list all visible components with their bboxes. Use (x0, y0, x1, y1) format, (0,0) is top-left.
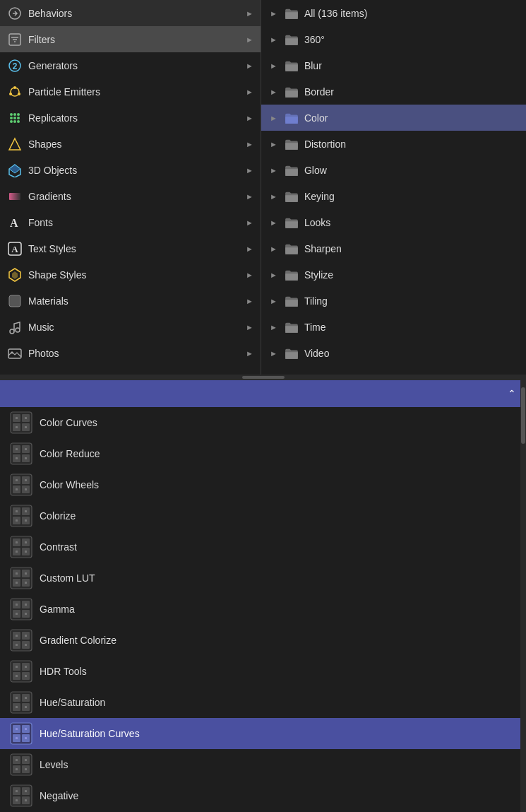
right-item-label-sharpen: Sharpen (304, 243, 342, 254)
svg-rect-55 (25, 479, 27, 481)
sidebar-item-replicators[interactable]: Replicators► (0, 105, 261, 131)
svg-rect-93 (25, 613, 27, 615)
filter-icon-color-reduce (10, 442, 32, 465)
sidebar-item-photos[interactable]: Photos► (0, 340, 261, 366)
right-item-time[interactable]: ► Time (261, 314, 526, 340)
list-item-hue-saturation-curves[interactable]: Hue/Saturation Curves (0, 718, 526, 749)
sidebar-item-fonts[interactable]: AFonts► (0, 209, 261, 235)
list-item-gradient-colorize[interactable]: Gradient Colorize (0, 625, 526, 656)
right-item-label-tiling: Tiling (304, 295, 328, 307)
svg-rect-20 (9, 193, 20, 200)
right-item-tiling[interactable]: ► Tiling (261, 288, 526, 314)
svg-rect-56 (16, 488, 18, 490)
svg-point-8 (10, 113, 13, 116)
sidebar-item-label-materials: Materials (28, 295, 246, 307)
sidebar-item-label-generators: Generators (28, 60, 246, 71)
svg-rect-48 (25, 457, 27, 459)
svg-rect-63 (16, 510, 18, 512)
svg-rect-100 (25, 635, 27, 637)
list-item-custom-lut[interactable]: Custom LUT (0, 563, 526, 594)
right-item-label-time: Time (304, 322, 326, 333)
right-arrow-icon-color: ► (270, 114, 277, 122)
sidebar-item-music[interactable]: Music► (0, 314, 261, 340)
filter-icon-negative (10, 784, 32, 807)
sidebar-item-label-replicators: Replicators (28, 112, 246, 124)
list-item-negative[interactable]: Negative (0, 780, 526, 811)
folder-icon-video (285, 348, 299, 359)
sidebar-item-shape-styles[interactable]: Shape Styles► (0, 261, 261, 288)
right-item-color[interactable]: ► Color (261, 105, 526, 131)
name-header[interactable]: ⌃ (0, 380, 526, 407)
list-item-hdr-tools[interactable]: HDR Tools (0, 656, 526, 687)
sidebar-item-label-3d-objects: 3D Objects (28, 165, 246, 176)
filter-icon-levels (10, 753, 32, 776)
arrow-icon-photos: ► (246, 349, 253, 358)
sidebar-item-behaviors[interactable]: Behaviors► (0, 0, 261, 26)
list-item-label-color-curves: Color Curves (40, 417, 97, 428)
svg-rect-38 (16, 426, 18, 428)
list-item-gamma[interactable]: Gamma (0, 594, 526, 625)
svg-rect-109 (25, 666, 27, 668)
list-item-color-wheels[interactable]: Color Wheels (0, 469, 526, 500)
right-item-label-stylize: Stylize (304, 269, 333, 281)
svg-rect-117 (16, 697, 18, 699)
svg-rect-135 (16, 759, 18, 761)
arrow-icon-materials: ► (246, 297, 253, 305)
sidebar-item-gradients[interactable]: Gradients► (0, 183, 261, 209)
arrow-icon-fonts: ► (246, 218, 253, 227)
right-item-blur[interactable]: ► Blur (261, 52, 526, 78)
right-item-360[interactable]: ► 360° (261, 26, 526, 52)
list-item-levels[interactable]: Levels (0, 749, 526, 780)
right-item-label-color: Color (304, 112, 328, 124)
folder-icon-glow (285, 165, 299, 176)
sidebar-item-shapes[interactable]: Shapes► (0, 131, 261, 157)
right-item-border[interactable]: ► Border (261, 78, 526, 105)
svg-marker-17 (9, 139, 20, 150)
svg-rect-82 (25, 572, 27, 575)
sidebar-item-filters[interactable]: Filters► (0, 26, 261, 52)
svg-marker-25 (12, 271, 18, 279)
svg-rect-91 (25, 604, 27, 606)
filter-icon-color-wheels (10, 473, 32, 496)
scrollbar[interactable] (520, 380, 526, 812)
right-item-label-glow: Glow (304, 165, 327, 176)
right-item-label-360: 360° (304, 34, 325, 45)
music-icon (7, 319, 23, 335)
materials-icon (7, 293, 23, 309)
svg-rect-46 (25, 448, 27, 450)
list-item-color-reduce[interactable]: Color Reduce (0, 438, 526, 469)
right-item-sharpen[interactable]: ► Sharpen (261, 235, 526, 261)
svg-rect-101 (16, 644, 18, 646)
svg-point-13 (13, 113, 16, 116)
right-item-label-all: All (136 items) (304, 8, 367, 19)
right-item-looks[interactable]: ► Looks (261, 209, 526, 235)
right-item-distortion[interactable]: ► Distortion (261, 131, 526, 157)
svg-point-30 (11, 351, 13, 353)
right-item-glow[interactable]: ► Glow (261, 157, 526, 183)
sidebar-item-particle-emitters[interactable]: Particle Emitters► (0, 78, 261, 105)
svg-rect-102 (25, 644, 27, 646)
folder-icon-time (285, 322, 299, 333)
svg-rect-74 (16, 551, 18, 553)
list-item-hue-saturation[interactable]: Hue/Saturation (0, 687, 526, 718)
sidebar-item-3d-objects[interactable]: 3D Objects► (0, 157, 261, 183)
right-arrow-icon-distortion: ► (270, 140, 277, 148)
sidebar-item-generators[interactable]: 2Generators► (0, 52, 261, 78)
right-item-stylize[interactable]: ► Stylize (261, 261, 526, 288)
replicators-icon (7, 110, 23, 126)
right-item-video[interactable]: ► Video (261, 340, 526, 366)
list-item-contrast[interactable]: Contrast (0, 531, 526, 563)
svg-rect-147 (25, 799, 27, 801)
svg-rect-37 (25, 417, 27, 419)
list-item-label-negative: Negative (40, 790, 78, 801)
sidebar-item-label-text-styles: Text Styles (28, 243, 246, 254)
right-arrow-icon-tiling: ► (270, 297, 277, 305)
list-item-color-curves[interactable]: Color Curves (0, 407, 526, 438)
right-item-all[interactable]: ► All (136 items) (261, 0, 526, 26)
svg-point-16 (17, 117, 20, 119)
list-item-colorize[interactable]: Colorize (0, 500, 526, 531)
sidebar-item-materials[interactable]: Materials► (0, 288, 261, 314)
sidebar-item-label-music: Music (28, 322, 246, 333)
sidebar-item-text-styles[interactable]: AText Styles► (0, 235, 261, 261)
right-item-keying[interactable]: ► Keying (261, 183, 526, 209)
